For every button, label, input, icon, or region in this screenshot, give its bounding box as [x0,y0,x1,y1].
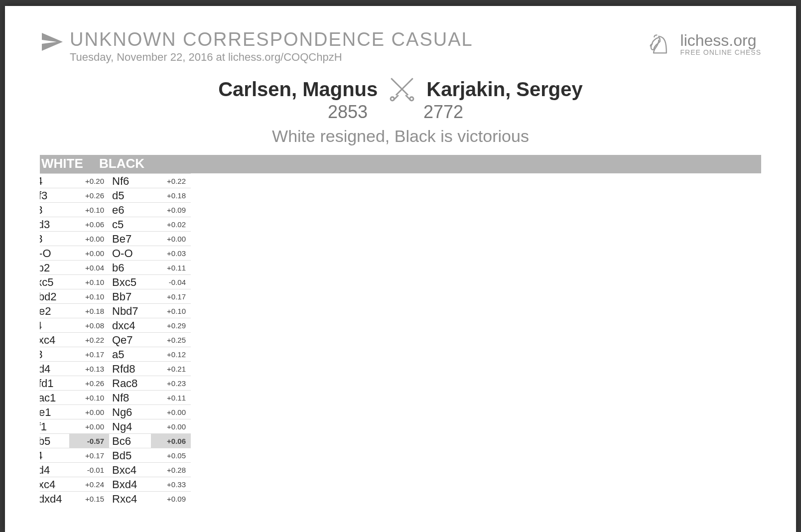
white-eval: +0.13 [69,361,109,376]
black-eval: +0.00 [151,404,191,419]
move-row: b3+0.00Be7+0.00 [40,231,191,246]
white-eval: +0.20 [69,173,109,188]
move-row: Bd3+0.06c5+0.02 [40,217,191,231]
white-san: Rfd1 [40,376,69,390]
svg-point-0 [391,97,394,101]
move-row: Rfd1+0.26Rac8+0.23 [40,376,191,390]
black-san: Bb7 [109,289,151,303]
move-row: Bf1+0.00Ng4+0.00 [40,419,191,433]
black-eval: +0.09 [151,202,191,217]
move-row: e3+0.10e6+0.09 [40,202,191,217]
move-row: O-O+0.00O-O+0.03 [40,246,191,260]
white-san: Nbd2 [40,289,69,303]
black-eval: +0.09 [151,491,191,506]
move-row: Nbd2+0.10Bb7+0.17 [40,289,191,303]
white-eval: +0.18 [69,303,109,318]
black-san: Be7 [109,231,151,246]
black-san: Nf6 [109,173,151,188]
white-san: Nd4 [40,361,69,376]
white-eval: +0.26 [69,188,109,202]
white-eval: +0.15 [69,491,109,506]
move-row: Nf3+0.26d5+0.18 [40,188,191,202]
black-eval: +0.22 [151,173,191,188]
white-eval: +0.24 [69,477,109,491]
white-eval: +0.00 [69,231,109,246]
white-eval: +0.06 [69,217,109,231]
move-row: Rdxd4+0.15Rxc4+0.09 [40,491,191,506]
svg-point-1 [410,97,413,101]
black-eval: +0.02 [151,217,191,231]
white-san: Nb5 [40,433,69,448]
black-eval: +0.25 [151,332,191,347]
black-san: a5 [109,347,151,361]
result-line: White resigned, Black is victorious [40,127,761,146]
white-san: Rac1 [40,390,69,404]
game-url-date: Tuesday, November 22, 2016 at lichess.or… [70,51,473,64]
players-block: Carlsen, Magnus Karjakin, Sergey 2853 27… [40,75,761,123]
white-san: e3 [40,202,69,217]
white-eval: +0.00 [69,246,109,260]
black-eval: +0.29 [151,318,191,332]
move-row: d4+0.20Nf6+0.22 [40,173,191,188]
col-black: BLACK [99,156,159,171]
move-row: Nd4+0.13Rfd8+0.21 [40,361,191,376]
white-san: d4 [40,173,69,188]
black-san: Nf8 [109,390,151,404]
black-san: Ng4 [109,419,151,433]
move-row: Bd4-0.01Bxc4+0.28 [40,462,191,477]
black-eval: +0.21 [151,361,191,376]
black-san: Rfd8 [109,361,151,376]
white-rating: 2853 [328,102,368,123]
black-eval: +0.28 [151,462,191,477]
paper-plane-icon [40,30,64,54]
black-san: Rac8 [109,376,151,390]
move-row: c4+0.08dxc4+0.29 [40,318,191,332]
black-eval: +0.18 [151,188,191,202]
white-eval: +0.10 [69,274,109,289]
knight-icon [645,30,673,59]
black-san: Bxd4 [109,477,151,491]
white-san: Nf3 [40,188,69,202]
black-san: Bd5 [109,448,151,462]
black-san: Bxc5 [109,274,151,289]
move-row: dxc5+0.10Bxc5-0.04 [40,274,191,289]
site-name: lichess.org [680,32,761,48]
white-name: Carlsen, Magnus [218,78,378,101]
black-san: Rxc4 [109,491,151,506]
move-table: # WHITE BLACK 12345678910111213141516171… [40,155,761,514]
black-eval: +0.17 [151,289,191,303]
white-eval: +0.00 [69,404,109,419]
black-eval: +0.03 [151,246,191,260]
black-eval: +0.11 [151,390,191,404]
black-name: Karjakin, Sergey [426,78,583,101]
black-san: d5 [109,188,151,202]
black-eval: +0.00 [151,419,191,433]
white-eval: +0.04 [69,260,109,274]
white-eval: +0.00 [69,419,109,433]
white-san: Bf1 [40,419,69,433]
move-row: Rac1+0.10Nf8+0.11 [40,390,191,404]
black-san: dxc4 [109,318,151,332]
black-eval: +0.10 [151,303,191,318]
black-eval: +0.06 [151,433,191,448]
white-san: a3 [40,347,69,361]
col-white: WHITE [41,156,99,171]
move-row: Rxc4+0.24Bxd4+0.33 [40,477,191,491]
white-eval: +0.22 [69,332,109,347]
move-row: Bb2+0.04b6+0.11 [40,260,191,274]
white-eval: -0.57 [69,433,109,448]
black-san: Bc6 [109,433,151,448]
white-san: dxc5 [40,274,69,289]
white-san: Rxc4 [40,477,69,491]
white-eval: +0.26 [69,376,109,390]
black-san: Nbd7 [109,303,151,318]
black-eval: +0.00 [151,231,191,246]
black-san: O-O [109,246,151,260]
header: UNKNOWN CORRESPONDENCE CASUAL Tuesday, N… [40,30,761,64]
white-san: Bd4 [40,462,69,477]
site-tagline: FREE ONLINE CHESS [680,48,761,56]
black-eval: +0.23 [151,376,191,390]
white-san: Bb2 [40,260,69,274]
white-san: Rdxd4 [40,491,69,506]
white-san: Qe2 [40,303,69,318]
